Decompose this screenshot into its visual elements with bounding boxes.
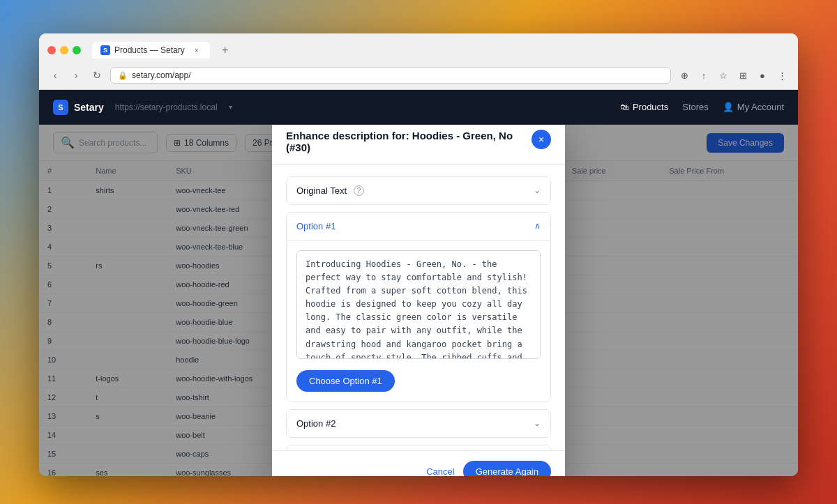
original-text-arrow: ⌄ [534,185,541,195]
accordion-option-1-title: Option #1 [296,221,335,231]
tab-favicon: S [100,45,110,55]
extensions-icon[interactable]: ⊞ [735,68,751,83]
enhance-modal: Enhance description for: Hoodies - Green… [272,125,565,476]
lock-icon: 🔒 [118,71,128,80]
zoom-icon[interactable]: ⊕ [677,68,692,83]
traffic-lights [47,46,81,54]
nav-stores[interactable]: Stores [682,102,709,112]
browser-tab[interactable]: S Products — Setary × [92,42,210,59]
accordion-original-text-title: Original Text ? [296,185,364,196]
modal-body[interactable]: Original Text ? ⌄ Option #1 [272,165,565,450]
logo-text: Setary [74,102,104,113]
nav-stores-label: Stores [682,102,709,112]
help-icon[interactable]: ? [354,185,364,196]
tab-close-button[interactable]: × [192,45,202,55]
accordion-option-1-header[interactable]: Option #1 ∧ [287,213,550,240]
profile-icon[interactable]: ● [755,68,770,83]
share-icon[interactable]: ↑ [696,68,711,83]
url-dropdown-arrow[interactable]: ▾ [229,103,232,111]
nav-account-label: My Account [737,102,784,112]
modal-footer: Cancel Generate Again [272,450,565,477]
app-header: S Setary https://setary-products.local ▾… [39,90,798,125]
accordion-option-2-title: Option #2 [296,418,335,429]
url-text: setary.com/app/ [132,70,190,80]
browser-window: S Products — Setary × + ‹ › ↻ 🔒 setary.c… [39,33,798,476]
browser-titlebar: S Products — Setary × + [39,33,798,64]
browser-toolbar-icons: ⊕ ↑ ☆ ⊞ ● ⋮ [677,68,790,83]
accordion-option-3-header[interactable]: Option #3 ⌄ [287,445,550,450]
browser-toolbar: ‹ › ↻ 🔒 setary.com/app/ ⊕ ↑ ☆ ⊞ ● ⋮ [39,64,798,89]
reload-button[interactable]: ↻ [89,68,105,83]
app-content: S Setary https://setary-products.local ▾… [39,90,798,476]
modal-title: Enhance description for: Hoodies - Green… [286,130,531,153]
bookmark-icon[interactable]: ☆ [716,68,731,83]
header-nav: 🛍 Products Stores 👤 My Account [620,102,784,112]
option-1-content: Choose Option #1 [287,240,550,402]
new-tab-button[interactable]: + [216,40,235,60]
accordion-option-2-header[interactable]: Option #2 ⌄ [287,410,550,437]
browser-chrome: S Products — Setary × + ‹ › ↻ 🔒 setary.c… [39,33,798,90]
accordion-option-2: Option #2 ⌄ [286,409,551,438]
option-2-arrow: ⌄ [534,418,541,428]
tab-title: Products — Setary [114,45,185,55]
generate-again-button[interactable]: Generate Again [463,461,551,477]
back-button[interactable]: ‹ [47,68,63,83]
close-traffic-light[interactable] [47,46,56,54]
cancel-button[interactable]: Cancel [426,466,454,477]
app-logo: S Setary [53,100,104,115]
modal-overlay: Enhance description for: Hoodies - Green… [39,125,798,476]
modal-close-button[interactable]: × [531,130,551,149]
logo-icon: S [53,100,68,115]
option-2-label: Option #2 [296,418,335,429]
accordion-original-text: Original Text ? ⌄ [286,176,551,205]
option-1-label: Option #1 [296,221,335,231]
nav-account[interactable]: 👤 My Account [723,102,784,112]
products-area: 🔍 Search products... ⊞ 18 Columns 26 Pro… [39,125,798,476]
menu-icon[interactable]: ⋮ [774,68,790,83]
app-url: https://setary-products.local [115,102,218,112]
choose-option-1-button[interactable]: Choose Option #1 [296,370,395,392]
forward-button[interactable]: › [68,68,84,83]
accordion-option-3: Option #3 ⌄ [286,445,551,450]
modal-header: Enhance description for: Hoodies - Green… [272,125,565,165]
maximize-traffic-light[interactable] [73,46,81,54]
accordion-option-1: Option #1 ∧ Choose Option #1 [286,212,551,402]
accordion-original-text-header[interactable]: Original Text ? ⌄ [287,177,550,204]
original-text-label: Original Text [296,185,347,196]
minimize-traffic-light[interactable] [60,46,68,54]
option-1-text[interactable] [296,250,541,359]
nav-products[interactable]: 🛍 Products [620,102,668,112]
address-bar[interactable]: 🔒 setary.com/app/ [110,67,671,84]
nav-products-label: Products [633,102,668,112]
option-1-arrow: ∧ [534,221,541,231]
